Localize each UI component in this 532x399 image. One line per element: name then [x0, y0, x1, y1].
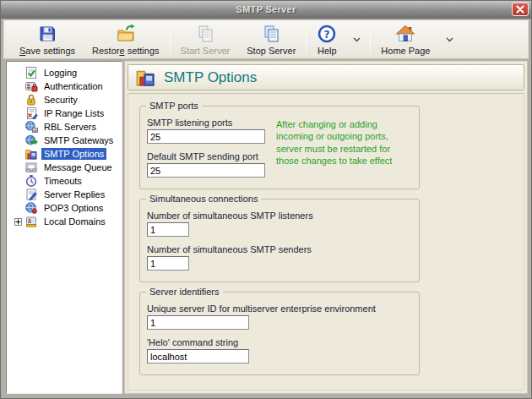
group-server-identifiers: Server identifiersUnique server ID for m… — [139, 292, 420, 375]
timeouts-icon — [24, 174, 38, 188]
stop-server-button[interactable]: Stop Server — [238, 23, 304, 57]
authentication-icon — [24, 79, 38, 93]
main-panel: SMTP Options SMTP portsSMTP listening po… — [124, 61, 528, 394]
restore-folder-icon — [116, 24, 136, 44]
sidebar-item-pop3-options[interactable]: POP3 Options — [7, 201, 122, 215]
server-replies-icon — [24, 188, 38, 201]
toolbar-separator — [370, 26, 371, 53]
smtp-listening-ports-input[interactable] — [147, 129, 265, 144]
group-title: Simultaneous connections — [146, 194, 261, 204]
start-server-button: Start Server — [172, 23, 239, 57]
sidebar-item-label: SMTP Options — [41, 148, 106, 160]
help-dropdown-button[interactable] — [345, 23, 368, 57]
group-simultaneous-connections: Simultaneous connectionsNumber of simult… — [139, 199, 420, 282]
home-icon — [395, 24, 415, 44]
restart-required-note: After changing or adding incoming or out… — [275, 118, 412, 185]
chevron-down-icon — [353, 37, 361, 42]
logging-icon — [24, 66, 38, 79]
toolbar-separator — [170, 26, 171, 53]
content-area: LoggingAuthenticationSecurityIP Range Li… — [6, 61, 528, 394]
sidebar-item-security[interactable]: Security — [7, 93, 122, 107]
sidebar-item-smtp-gateways[interactable]: SMTP Gateways — [7, 134, 122, 147]
sidebar-tree: LoggingAuthenticationSecurityIP Range Li… — [6, 61, 122, 394]
sidebar-item-ip-range-lists[interactable]: IP Range Lists — [7, 107, 122, 120]
restore-settings-button[interactable]: Restore settings — [84, 23, 168, 57]
window-title: SMTP Server — [236, 4, 296, 14]
helo-command-string-input[interactable] — [147, 349, 249, 363]
floppy-disk-icon — [37, 24, 57, 44]
group-title: Server identifiers — [146, 287, 223, 297]
sidebar-item-server-replies[interactable]: Server Replies — [7, 188, 122, 201]
home-page-label: Home Page — [381, 46, 430, 56]
restore-settings-label: Restore settings — [92, 46, 160, 56]
unique-server-id-for-multiserver-enterprise-environment-input[interactable] — [147, 315, 249, 330]
sidebar-item-local-domains[interactable]: Local Domains — [7, 215, 122, 228]
sidebar-item-rbl-servers[interactable]: RBL Servers — [7, 120, 122, 134]
toolbar-separator — [306, 26, 307, 53]
pop3-options-icon — [24, 201, 38, 215]
help-label: Help — [318, 46, 337, 56]
sidebar-item-label: Timeouts — [41, 175, 84, 187]
sidebar-item-label: Logging — [41, 67, 79, 79]
close-button[interactable] — [512, 3, 529, 16]
ip-range-lists-icon — [24, 107, 38, 120]
sidebar-item-timeouts[interactable]: Timeouts — [7, 174, 122, 188]
number-of-simultaneous-smtp-senders-input[interactable] — [147, 256, 189, 271]
page-header: SMTP Options — [128, 64, 524, 90]
security-icon — [24, 93, 38, 107]
home-page-button[interactable]: Home Page — [372, 23, 438, 57]
save-settings-label: Save settings — [19, 46, 75, 56]
start-server-icon — [195, 24, 215, 44]
unique-server-id-for-multiserver-enterprise-environment-label: Unique server ID for multiserver enterpr… — [147, 303, 376, 314]
toolbar: Save settingsRestore settingsStart Serve… — [3, 20, 529, 59]
group-title: SMTP ports — [146, 101, 202, 111]
sidebar-item-label: Message Queue — [41, 161, 115, 173]
sidebar-item-label: Authentication — [41, 80, 106, 92]
stop-server-label: Stop Server — [247, 46, 296, 56]
smtp-gateways-icon — [24, 134, 38, 147]
rbl-servers-icon — [24, 120, 38, 134]
sidebar-item-label: SMTP Gateways — [41, 134, 116, 146]
sidebar-item-label: POP3 Options — [41, 202, 106, 214]
smtp-listening-ports-label: SMTP listening ports — [147, 118, 275, 128]
sidebar-item-label: Security — [41, 94, 80, 106]
sidebar-item-label: RBL Servers — [41, 121, 99, 133]
start-server-label: Start Server — [181, 46, 231, 56]
titlebar[interactable]: SMTP Server — [1, 1, 531, 19]
group-smtp-ports: SMTP portsSMTP listening portsDefault SM… — [139, 106, 420, 189]
page-title: SMTP Options — [164, 69, 257, 86]
help-button[interactable]: ?Help — [308, 23, 345, 57]
options-panel: SMTP portsSMTP listening portsDefault SM… — [128, 93, 524, 391]
smtp-options-icon — [24, 147, 38, 161]
help-icon: ? — [317, 24, 337, 44]
number-of-simultaneous-smtp-listeners-label: Number of simultaneous SMTP listeners — [147, 210, 313, 221]
number-of-simultaneous-smtp-senders-label: Number of simultaneous SMTP senders — [147, 244, 313, 254]
sidebar-item-label: Local Domains — [41, 216, 108, 227]
smtp-options-icon — [135, 67, 156, 88]
sidebar-item-logging[interactable]: Logging — [7, 66, 122, 79]
sidebar-item-authentication[interactable]: Authentication — [7, 79, 122, 93]
number-of-simultaneous-smtp-listeners-input[interactable] — [147, 222, 189, 237]
sidebar-item-label: Server Replies — [41, 189, 107, 200]
svg-text:?: ? — [324, 29, 330, 41]
app-window: SMTP Server Save settingsRestore setting… — [0, 0, 532, 399]
save-settings-button[interactable]: Save settings — [11, 23, 84, 57]
sidebar-item-label: IP Range Lists — [41, 107, 106, 119]
sidebar-item-smtp-options[interactable]: SMTP Options — [7, 147, 122, 161]
helo-command-string-label: 'Helo' command string — [147, 337, 376, 347]
home-page-dropdown-button[interactable] — [438, 23, 461, 57]
close-icon — [516, 5, 524, 14]
default-smtp-sending-port-input[interactable] — [147, 163, 265, 178]
stop-server-icon — [261, 24, 281, 44]
expander-plus-icon[interactable] — [12, 218, 24, 226]
local-domains-icon — [24, 215, 38, 228]
chevron-down-icon — [446, 37, 453, 42]
message-queue-icon — [24, 161, 38, 174]
default-smtp-sending-port-label: Default SMTP sending port — [147, 151, 275, 161]
sidebar-item-message-queue[interactable]: Message Queue — [7, 161, 122, 174]
